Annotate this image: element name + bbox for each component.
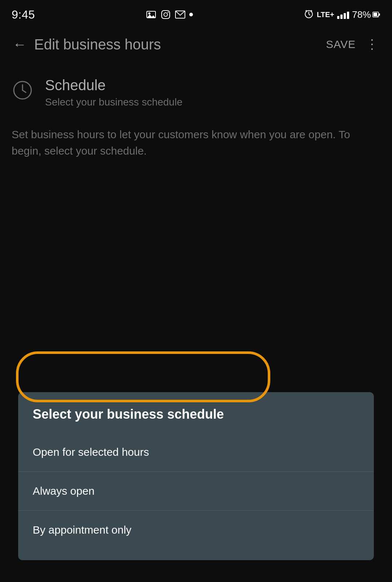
svg-point-4 — [164, 13, 167, 16]
svg-point-5 — [167, 12, 169, 13]
bottom-sheet: Select your business schedule Open for s… — [18, 392, 374, 560]
schedule-text-block: Schedule Select your business schedule — [45, 77, 380, 108]
schedule-title: Schedule — [45, 77, 380, 93]
sheet-title: Select your business schedule — [18, 407, 374, 433]
status-icons — [146, 9, 193, 20]
option-open-selected-hours[interactable]: Open for selected hours — [18, 433, 374, 472]
clock-icon-wrap — [12, 79, 33, 101]
description-text: Set business hours to let your customers… — [0, 115, 392, 166]
status-time: 9:45 — [12, 8, 35, 21]
status-bar: 9:45 — [0, 0, 392, 26]
schedule-subtitle: Select your business schedule — [45, 96, 380, 108]
status-right-icons: LTE+ 78% — [304, 8, 380, 21]
alarm-icon — [304, 8, 314, 21]
svg-point-1 — [148, 12, 150, 15]
clock-icon — [13, 80, 32, 100]
schedule-section: Schedule Select your business schedule — [0, 63, 392, 115]
svg-line-19 — [23, 90, 26, 92]
svg-line-9 — [309, 14, 310, 15]
battery-icon: 78% — [352, 9, 380, 20]
option-appointment-only[interactable]: By appointment only — [18, 511, 374, 549]
svg-rect-3 — [162, 11, 170, 19]
more-dots-icon: ⋮ — [365, 38, 379, 51]
lte-indicator: LTE+ — [317, 11, 334, 18]
mail-icon — [175, 9, 186, 20]
save-button[interactable]: SAVE — [320, 35, 361, 54]
back-button[interactable]: ← — [9, 33, 31, 55]
picture-icon — [146, 9, 157, 20]
battery-percentage: 78% — [352, 9, 371, 20]
page-title: Edit business hours — [31, 36, 320, 53]
instagram-icon — [160, 9, 171, 20]
app-bar: ← Edit business hours SAVE ⋮ — [0, 26, 392, 63]
signal-bars — [337, 10, 349, 19]
svg-marker-2 — [147, 15, 155, 18]
option-always-open[interactable]: Always open — [18, 472, 374, 511]
back-arrow-icon: ← — [13, 37, 27, 52]
notification-dot — [189, 13, 193, 16]
more-options-button[interactable]: ⋮ — [361, 33, 383, 55]
